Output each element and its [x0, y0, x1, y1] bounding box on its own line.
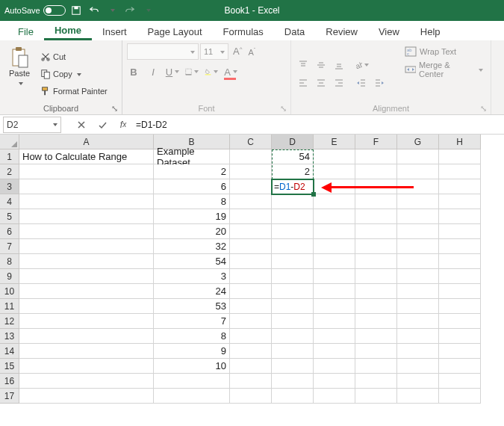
- cell-C1[interactable]: [230, 149, 272, 164]
- cell-C12[interactable]: [230, 314, 272, 329]
- cell-B16[interactable]: [154, 374, 230, 389]
- cell-H1[interactable]: [439, 149, 481, 164]
- cell-C5[interactable]: [230, 209, 272, 224]
- cell-E1[interactable]: [314, 149, 355, 164]
- cell-H6[interactable]: [439, 224, 481, 239]
- decrease-font-icon[interactable]: Aˇ: [248, 47, 255, 57]
- cell-F6[interactable]: [355, 224, 397, 239]
- cell-E5[interactable]: [314, 209, 355, 224]
- alignment-launcher[interactable]: ⤡: [479, 104, 488, 113]
- cell-A2[interactable]: [19, 164, 154, 179]
- align-top-icon[interactable]: [296, 58, 311, 72]
- cell-E7[interactable]: [314, 239, 355, 254]
- cell-B11[interactable]: 53: [154, 299, 230, 314]
- cell-B6[interactable]: 20: [154, 224, 230, 239]
- cell-C14[interactable]: [230, 344, 272, 359]
- row-header-3[interactable]: 3: [0, 179, 19, 194]
- cell-G9[interactable]: [397, 269, 439, 284]
- cell-A15[interactable]: [19, 359, 154, 374]
- align-right-icon[interactable]: [332, 75, 346, 90]
- cell-G4[interactable]: [397, 194, 439, 209]
- cell-C10[interactable]: [230, 284, 272, 299]
- cell-F9[interactable]: [355, 269, 397, 284]
- cell-F5[interactable]: [355, 209, 397, 224]
- cell-H15[interactable]: [439, 359, 481, 374]
- cell-G15[interactable]: [397, 359, 439, 374]
- cell-C6[interactable]: [230, 224, 272, 239]
- autosave-control[interactable]: AutoSave: [4, 5, 66, 16]
- paste-button[interactable]: Paste: [4, 43, 34, 104]
- cell-C8[interactable]: [230, 254, 272, 269]
- cell-C15[interactable]: [230, 359, 272, 374]
- row-header-2[interactable]: 2: [0, 164, 19, 179]
- cell-F10[interactable]: [355, 284, 397, 299]
- cell-D1[interactable]: 54: [272, 149, 314, 164]
- cell-A5[interactable]: [19, 209, 154, 224]
- cell-B13[interactable]: 8: [154, 329, 230, 344]
- format-painter-button[interactable]: Format Painter: [39, 84, 109, 99]
- font-color-button[interactable]: A: [224, 64, 237, 79]
- cell-A7[interactable]: [19, 239, 154, 254]
- wrap-text-button[interactable]: abc Wrap Text: [402, 43, 486, 60]
- cell-D6[interactable]: [272, 224, 314, 239]
- col-header-E[interactable]: E: [314, 135, 355, 149]
- cell-B4[interactable]: 8: [154, 194, 230, 209]
- cell-A10[interactable]: [19, 284, 154, 299]
- cell-G16[interactable]: [397, 374, 439, 389]
- cell-A1[interactable]: How to Calculate Range: [19, 149, 154, 164]
- col-header-D[interactable]: D: [272, 135, 314, 149]
- undo-dropdown[interactable]: [105, 3, 119, 18]
- cell-C13[interactable]: [230, 329, 272, 344]
- save-icon[interactable]: [69, 3, 84, 18]
- cell-C9[interactable]: [230, 269, 272, 284]
- cell-E2[interactable]: [314, 164, 355, 179]
- underline-button[interactable]: U: [166, 64, 179, 79]
- cell-B10[interactable]: 24: [154, 284, 230, 299]
- cell-H17[interactable]: [439, 389, 481, 404]
- cell-F12[interactable]: [355, 314, 397, 329]
- cancel-formula-icon[interactable]: [75, 118, 88, 132]
- cell-D16[interactable]: [272, 374, 314, 389]
- cell-C3[interactable]: [230, 179, 272, 194]
- tab-home[interactable]: Home: [44, 22, 92, 40]
- cell-E13[interactable]: [314, 329, 355, 344]
- row-header-15[interactable]: 15: [0, 359, 19, 374]
- cell-D5[interactable]: [272, 209, 314, 224]
- cell-E11[interactable]: [314, 299, 355, 314]
- cell-H16[interactable]: [439, 374, 481, 389]
- row-header-5[interactable]: 5: [0, 209, 19, 224]
- cell-F11[interactable]: [355, 299, 397, 314]
- cell-F1[interactable]: [355, 149, 397, 164]
- cell-G2[interactable]: [397, 164, 439, 179]
- cell-E15[interactable]: [314, 359, 355, 374]
- cell-E14[interactable]: [314, 344, 355, 359]
- cell-D9[interactable]: [272, 269, 314, 284]
- name-box[interactable]: D2: [3, 117, 61, 133]
- cell-G11[interactable]: [397, 299, 439, 314]
- formula-bar[interactable]: =D1-D2: [136, 120, 504, 130]
- cell-G13[interactable]: [397, 329, 439, 344]
- cell-A6[interactable]: [19, 224, 154, 239]
- row-header-6[interactable]: 6: [0, 224, 19, 239]
- cell-H4[interactable]: [439, 194, 481, 209]
- copy-button[interactable]: Copy: [39, 67, 109, 81]
- font-size-combo[interactable]: 11: [200, 43, 228, 60]
- qat-customize[interactable]: [140, 3, 155, 18]
- undo-icon[interactable]: [87, 3, 102, 18]
- cell-F17[interactable]: [355, 389, 397, 404]
- cell-D11[interactable]: [272, 299, 314, 314]
- clipboard-launcher[interactable]: ⤡: [110, 104, 119, 113]
- cut-button[interactable]: Cut: [39, 49, 109, 64]
- cell-E8[interactable]: [314, 254, 355, 269]
- fx-icon[interactable]: fx: [116, 118, 130, 132]
- autosave-toggle[interactable]: [43, 5, 66, 16]
- tab-file[interactable]: File: [7, 23, 44, 40]
- cell-B5[interactable]: 19: [154, 209, 230, 224]
- tab-view[interactable]: View: [368, 23, 410, 40]
- cell-A8[interactable]: [19, 254, 154, 269]
- border-button[interactable]: [185, 64, 199, 79]
- cell-E9[interactable]: [314, 269, 355, 284]
- cell-D4[interactable]: [272, 194, 314, 209]
- cell-B7[interactable]: 32: [154, 239, 230, 254]
- cell-B3[interactable]: 6: [154, 179, 230, 194]
